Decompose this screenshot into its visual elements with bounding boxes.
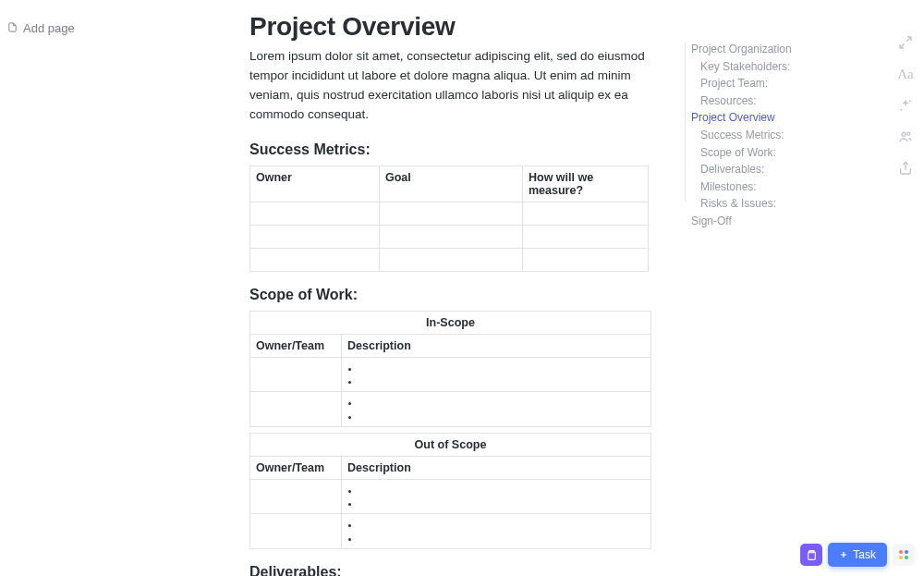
col-goal[interactable]: Goal [380,165,523,202]
table-row: Owner/TeamDescription [250,334,651,357]
outline-item[interactable]: Scope of Work: [691,144,793,162]
in-scope-table[interactable]: In-Scope Owner/TeamDescription [249,311,651,427]
table-row [250,479,651,514]
share-icon[interactable] [898,161,913,176]
apps-button[interactable] [893,544,915,566]
table-row [250,248,649,271]
outline-item[interactable]: Project Team: [691,75,793,92]
table-row: Owner/TeamDescription [250,456,651,479]
outline-item[interactable]: Deliverables: [691,161,793,178]
svg-line-1 [900,43,905,48]
page-icon [7,21,18,35]
col-owner[interactable]: Owner [250,165,380,202]
sparkle-icon[interactable] [898,98,913,113]
deliverables-heading[interactable]: Deliverables: [249,564,684,576]
right-toolbar: Aa [887,0,924,576]
col-description[interactable]: Description [342,456,651,479]
people-icon[interactable] [898,129,913,144]
col-owner-team[interactable]: Owner/Team [250,456,342,479]
table-row [250,514,651,549]
typography-icon[interactable]: Aa [898,67,913,81]
svg-point-3 [900,109,902,111]
outline-border [685,43,686,202]
svg-point-2 [909,100,911,102]
clip-button[interactable] [800,544,822,566]
apps-icon [899,550,908,559]
document-body[interactable]: Project Overview Lorem ipsum dolor sit a… [249,0,684,576]
svg-point-4 [902,132,906,136]
page-title[interactable]: Project Overview [249,12,684,42]
out-scope-title[interactable]: Out of Scope [250,433,651,456]
expand-icon[interactable] [898,35,913,50]
metrics-table[interactable]: Owner Goal How will we measure? [249,165,649,272]
svg-point-5 [907,132,910,135]
svg-line-0 [906,37,911,42]
metrics-heading[interactable]: Success Metrics: [249,141,684,158]
outline-item[interactable]: Sign-Off [691,213,793,230]
table-row: Owner Goal How will we measure? [250,165,649,202]
table-row: Out of Scope [250,433,651,456]
out-scope-table[interactable]: Out of Scope Owner/TeamDescription [249,433,651,549]
intro-paragraph[interactable]: Lorem ipsum dolor sit amet, consectetur … [249,47,656,125]
outline-item[interactable]: Resources: [691,92,793,110]
table-row [250,225,649,248]
scope-heading[interactable]: Scope of Work: [249,287,684,303]
outline-item[interactable]: Project Overview [691,109,793,127]
outline-item[interactable]: Milestones: [691,178,793,196]
document-outline: Project OrganizationKey Stakeholders:Pro… [691,41,793,230]
task-button[interactable]: Task [828,543,887,567]
table-row: In-Scope [250,311,651,334]
outline-item[interactable]: Success Metrics: [691,127,793,144]
table-row [250,357,651,392]
in-scope-title[interactable]: In-Scope [250,311,651,334]
col-description[interactable]: Description [342,334,651,357]
table-row [250,392,651,427]
outline-item[interactable]: Risks & Issues: [691,195,793,213]
outline-item[interactable]: Key Stakeholders: [691,58,793,76]
add-page-button[interactable]: Add page [7,21,75,35]
outline-item[interactable]: Project Organization [691,41,793,58]
task-label: Task [853,548,876,561]
col-measure[interactable]: How will we measure? [523,165,649,202]
table-row [250,202,649,225]
col-owner-team[interactable]: Owner/Team [250,334,342,357]
add-page-label: Add page [23,21,75,35]
